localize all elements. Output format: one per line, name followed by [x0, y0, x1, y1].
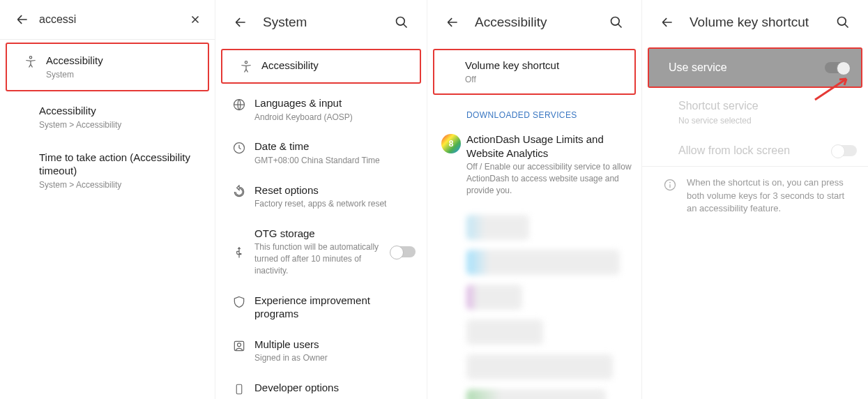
item-sub: No service selected [678, 115, 857, 127]
allow-lockscreen-toggle [832, 145, 857, 156]
system-item-users[interactable]: Multiple usersSigned in as Owner [215, 329, 427, 372]
shield-icon [227, 294, 252, 309]
item-title: Languages & input [254, 96, 416, 110]
search-input[interactable] [36, 13, 181, 26]
page-title: System [254, 15, 388, 30]
volkey-header: Volume key shortcut [642, 0, 868, 45]
system-item-reset[interactable]: Reset optionsFactory reset, apps & netwo… [215, 175, 427, 218]
back-icon[interactable] [653, 8, 681, 36]
back-icon[interactable] [439, 8, 466, 36]
search-result-2[interactable]: Time to take action (Accessibility timeo… [0, 141, 215, 201]
use-service-row[interactable]: Use service [649, 49, 861, 86]
blurred-service-6 [466, 389, 606, 399]
volumekey-panel: Volume key shortcut Use service Shortcut… [641, 0, 868, 399]
item-sub: Android Keyboard (AOSP) [254, 112, 416, 123]
result-sub: System [46, 69, 197, 81]
item-sub: This function will be automatically turn… [254, 241, 390, 276]
phone-icon [227, 381, 252, 396]
result-title: Accessibility [39, 104, 204, 118]
system-item-accessibility[interactable]: Accessibility [222, 50, 420, 82]
highlight-accessibility-row: Accessibility [221, 49, 421, 84]
item-title: Multiple users [254, 338, 416, 352]
item-sub: Off / Enable our accessibility service t… [466, 161, 636, 196]
search-header [0, 0, 215, 39]
result-title: Time to take action (Accessibility timeo… [39, 151, 204, 178]
allow-lockscreen-row: Allow from lock screen [642, 135, 868, 167]
page-title: Volume key shortcut [681, 15, 829, 30]
item-title: Reset options [254, 183, 416, 197]
result-title: Accessibility [46, 54, 197, 68]
accessibility-header: Accessibility [427, 0, 641, 45]
result-sub: System > Accessibility [39, 179, 204, 191]
use-service-label: Use service [669, 61, 727, 74]
highlight-accessibility-result: Accessibility System [6, 43, 209, 91]
item-title: Shortcut service [678, 99, 857, 114]
item-sub: Signed in as Owner [254, 352, 416, 364]
svg-point-14 [838, 17, 846, 26]
result-sub: System > Accessibility [39, 119, 204, 131]
shortcut-service-row: Shortcut serviceNo service selected [642, 91, 868, 135]
otg-toggle[interactable] [390, 246, 416, 257]
search-panel: Accessibility System Accessibility Syste… [0, 0, 215, 399]
section-downloaded-services: DOWNLOADED SERVICES [427, 99, 641, 124]
search-icon[interactable] [602, 8, 630, 36]
svg-point-3 [29, 57, 31, 59]
info-icon [659, 176, 681, 215]
item-title: Experience improvement programs [254, 294, 416, 321]
item-title: Developer options [254, 381, 416, 395]
svg-point-16 [669, 182, 671, 183]
search-icon[interactable] [829, 8, 857, 36]
usb-icon [227, 244, 252, 259]
blurred-service-1 [466, 215, 529, 240]
item-title: ActionDash Usage Limits and Website Anal… [466, 133, 636, 160]
blurred-service-2 [466, 250, 620, 275]
system-item-otg[interactable]: OTG storageThis function will be automat… [215, 218, 427, 285]
item-title: Accessibility [261, 59, 409, 73]
back-icon[interactable] [227, 8, 254, 36]
item-title: OTG storage [254, 227, 390, 241]
info-row: When the shortcut is on, you can press b… [642, 167, 868, 225]
reset-icon [227, 183, 252, 199]
actiondash-icon: 8 [439, 133, 464, 153]
svg-point-13 [611, 17, 620, 26]
highlight-use-service: Use service [648, 47, 862, 88]
clear-icon[interactable] [181, 6, 209, 33]
accessibility-icon [18, 54, 43, 69]
system-item-experience[interactable]: Experience improvement programs [215, 285, 427, 329]
item-sub: GMT+08:00 China Standard Time [254, 155, 416, 167]
system-item-languages[interactable]: Languages & inputAndroid Keyboard (AOSP) [215, 88, 427, 131]
accessibility-icon [234, 59, 259, 74]
clock-icon [227, 140, 252, 155]
blurred-service-5 [466, 354, 613, 379]
highlight-volkey-row: Volume key shortcutOff [433, 49, 636, 95]
svg-point-5 [245, 61, 247, 63]
item-title: Date & time [254, 140, 416, 153]
search-result-1[interactable]: Accessibility System > Accessibility [0, 94, 215, 140]
system-panel: System Accessibility Languages & inputAn… [215, 0, 427, 399]
item-title: Volume key shortcut [465, 59, 623, 73]
system-item-datetime[interactable]: Date & timeGMT+08:00 China Standard Time [215, 131, 427, 174]
use-service-toggle[interactable] [825, 62, 850, 73]
search-result-0[interactable]: Accessibility System [7, 44, 208, 90]
accessibility-panel: Accessibility Volume key shortcutOff DOW… [427, 0, 641, 399]
globe-icon [227, 96, 252, 112]
user-icon [227, 338, 252, 353]
svg-point-9 [238, 343, 241, 347]
blurred-service-4 [466, 319, 543, 345]
system-item-developer[interactable]: Developer options [215, 372, 427, 399]
actiondash-row[interactable]: 8 ActionDash Usage Limits and Website An… [427, 124, 641, 204]
svg-rect-10 [236, 384, 242, 394]
more-icon[interactable] [209, 6, 215, 33]
volumekey-shortcut-row[interactable]: Volume key shortcutOff [434, 50, 634, 93]
item-sub: Factory reset, apps & network reset [254, 198, 416, 210]
info-text: When the shortcut is on, you can press b… [681, 176, 857, 215]
svg-point-4 [397, 17, 405, 26]
search-icon[interactable] [388, 8, 416, 36]
system-header: System [215, 0, 427, 45]
item-sub: Off [465, 74, 623, 86]
blurred-service-3 [466, 285, 522, 310]
item-title: Allow from lock screen [678, 144, 832, 158]
back-icon[interactable] [8, 6, 36, 33]
page-title: Accessibility [466, 15, 602, 30]
